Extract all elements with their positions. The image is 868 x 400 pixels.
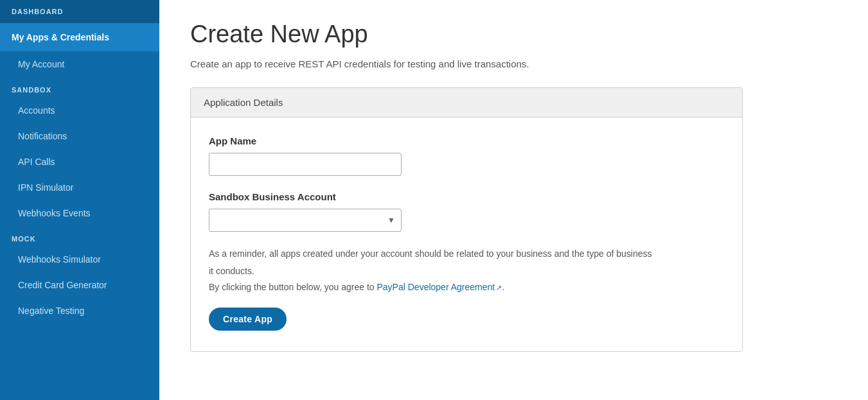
card-body: App Name Sandbox Business Account ▼ As a… bbox=[191, 117, 742, 351]
paypal-developer-agreement-link[interactable]: PayPal Developer Agreement bbox=[377, 282, 495, 292]
sidebar-item-my-apps[interactable]: My Apps & Credentials bbox=[0, 23, 159, 51]
page-subtitle: Create an app to receive REST API creden… bbox=[190, 58, 837, 69]
sidebar-item-credit-card-generator[interactable]: Credit Card Generator bbox=[0, 272, 159, 298]
create-app-button[interactable]: Create App bbox=[209, 308, 287, 331]
sandbox-account-group: Sandbox Business Account ▼ bbox=[209, 191, 724, 232]
reminder-text-line1: As a reminder, all apps created under yo… bbox=[209, 247, 723, 261]
sidebar: DASHBOARD My Apps & Credentials My Accou… bbox=[0, 0, 159, 400]
agreement-text: By clicking the button below, you agree … bbox=[209, 282, 724, 292]
sidebar-dashboard-label: DASHBOARD bbox=[0, 0, 159, 23]
sandbox-account-select[interactable] bbox=[209, 209, 402, 232]
sidebar-item-api-calls[interactable]: API Calls bbox=[0, 149, 159, 175]
sidebar-item-accounts[interactable]: Accounts bbox=[0, 98, 159, 123]
sidebar-item-webhooks-simulator[interactable]: Webhooks Simulator bbox=[0, 247, 159, 272]
reminder-text-line2: it conducts. bbox=[209, 265, 723, 278]
app-name-group: App Name bbox=[209, 135, 724, 176]
agreement-text-before: By clicking the button below, you agree … bbox=[209, 282, 377, 292]
sidebar-item-negative-testing[interactable]: Negative Testing bbox=[0, 298, 159, 324]
agreement-text-after: . bbox=[502, 282, 504, 292]
application-details-card: Application Details App Name Sandbox Bus… bbox=[190, 87, 743, 352]
sidebar-item-webhooks-events[interactable]: Webhooks Events bbox=[0, 200, 159, 226]
sidebar-section-sandbox: SANDBOX bbox=[0, 77, 159, 98]
external-link-icon: ↗ bbox=[496, 284, 502, 291]
app-name-input[interactable] bbox=[209, 153, 402, 176]
sandbox-account-select-wrapper: ▼ bbox=[209, 209, 402, 232]
card-header: Application Details bbox=[191, 88, 742, 117]
page-title: Create New App bbox=[190, 21, 837, 48]
sidebar-item-my-account[interactable]: My Account bbox=[0, 51, 159, 77]
sidebar-section-mock: MOCK bbox=[0, 226, 159, 247]
main-content: Create New App Create an app to receive … bbox=[159, 0, 868, 400]
app-name-label: App Name bbox=[209, 135, 724, 146]
sidebar-item-notifications[interactable]: Notifications bbox=[0, 123, 159, 149]
sandbox-account-label: Sandbox Business Account bbox=[209, 191, 724, 202]
sidebar-item-ipn-simulator[interactable]: IPN Simulator bbox=[0, 175, 159, 200]
